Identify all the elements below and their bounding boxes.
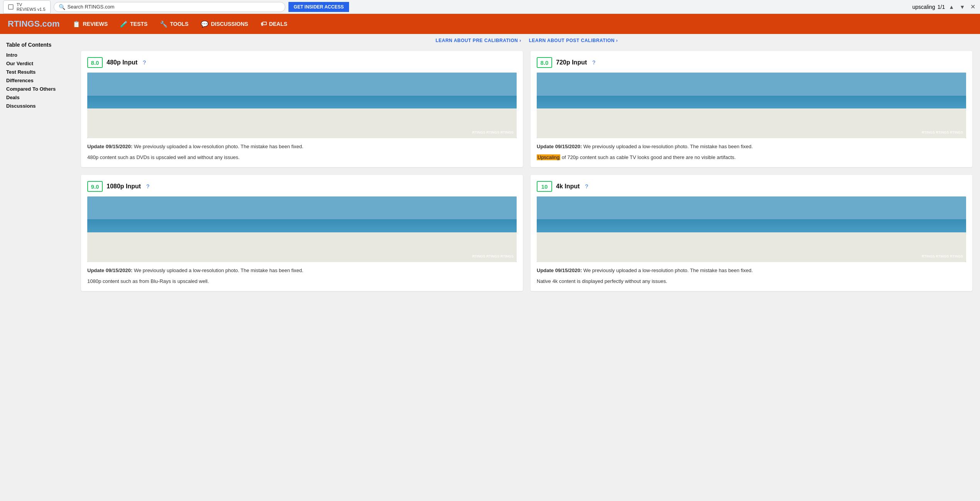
tab-title: TV REVIEWS v1.5 (17, 2, 46, 12)
help-icon-4k[interactable]: ? (585, 183, 588, 190)
score-badge-4k: 10 (537, 181, 552, 192)
score-title-1080p: 1080p Input (107, 183, 141, 190)
score-update-480p: Update 09/15/2020: We previously uploade… (87, 143, 517, 151)
find-label: upscaling (912, 4, 935, 10)
nav-item-deals[interactable]: 🏷 DEALS (255, 17, 293, 30)
boat-scene-1080p: RTINGS RTINGS RTINGS (87, 196, 517, 262)
score-description-720p: Upscaling of 720p content such as cable … (537, 154, 966, 161)
score-update-720p: Update 09/15/2020: We previously uploade… (537, 143, 966, 151)
search-icon: 🔍 (59, 4, 65, 10)
site-logo[interactable]: RTINGS.com (8, 19, 59, 29)
score-title-4k: 4k Input (556, 183, 580, 190)
help-icon-720p[interactable]: ? (592, 59, 595, 66)
find-count: 1/1 (938, 4, 945, 10)
watermark-720p: RTINGS RTINGS RTINGS (922, 130, 963, 135)
card-header-720p: 8.0 720p Input ? (537, 57, 966, 68)
find-next-button[interactable]: ▼ (958, 3, 966, 11)
main-content: LEARN ABOUT PRE CALIBRATION LEARN ABOUT … (77, 34, 980, 501)
help-icon-1080p[interactable]: ? (146, 183, 149, 190)
score-badge-480p: 8.0 (87, 57, 103, 68)
calibration-links: LEARN ABOUT PRE CALIBRATION LEARN ABOUT … (81, 38, 972, 43)
watermark-480p: RTINGS RTINGS RTINGS (472, 130, 514, 135)
nav-item-tests[interactable]: 🧪 TESTS (115, 17, 153, 31)
tests-label: TESTS (130, 21, 148, 27)
card-header-480p: 8.0 480p Input ? (87, 57, 517, 68)
toc-item-results[interactable]: Test Results (6, 69, 71, 75)
toc-list: Intro Our Verdict Test Results Differenc… (6, 52, 71, 109)
score-image-1080p: RTINGS RTINGS RTINGS (87, 196, 517, 262)
find-close-button[interactable]: ✕ (969, 2, 977, 11)
score-update-4k: Update 09/15/2020: We previously uploade… (537, 267, 966, 274)
score-description-1080p: 1080p content such as from Blu-Rays is u… (87, 278, 517, 285)
browser-chrome: TV REVIEWS v1.5 🔍 GET INSIDER ACCESS ups… (0, 0, 980, 14)
score-image-720p: RTINGS RTINGS RTINGS (537, 73, 966, 138)
score-image-480p: RTINGS RTINGS RTINGS (87, 73, 517, 138)
tools-label: TOOLS (170, 21, 188, 27)
score-badge-720p: 8.0 (537, 57, 552, 68)
card-1080p: 9.0 1080p Input ? RTINGS RTINGS RTINGS U… (81, 175, 523, 291)
pre-calibration-link[interactable]: LEARN ABOUT PRE CALIBRATION (436, 38, 521, 43)
reviews-label: REVIEWS (83, 21, 108, 27)
highlight-word-720p: Upscaling (537, 154, 560, 160)
toc-item-differences[interactable]: Differences (6, 77, 71, 83)
watermark-4k: RTINGS RTINGS RTINGS (922, 254, 963, 259)
score-title-720p: 720p Input (556, 59, 587, 66)
boat-scene-480p: RTINGS RTINGS RTINGS (87, 73, 517, 138)
help-icon-480p[interactable]: ? (143, 59, 146, 66)
score-grid: 8.0 480p Input ? RTINGS RTINGS RTINGS Up… (81, 51, 972, 291)
tools-icon: 🔧 (160, 20, 168, 28)
card-480p: 8.0 480p Input ? RTINGS RTINGS RTINGS Up… (81, 51, 523, 167)
find-prev-button[interactable]: ▲ (947, 3, 956, 11)
tests-icon: 🧪 (120, 20, 128, 28)
card-header-4k: 10 4k Input ? (537, 181, 966, 192)
nav-item-discussions[interactable]: 💬 DISCUSSIONS (195, 17, 253, 31)
watermark-1080p: RTINGS RTINGS RTINGS (472, 254, 514, 259)
toc-item-deals[interactable]: Deals (6, 94, 71, 100)
toc-title: Table of Contents (6, 42, 71, 48)
nav-item-reviews[interactable]: 📋 REVIEWS (67, 17, 113, 31)
score-update-1080p: Update 09/15/2020: We previously uploade… (87, 267, 517, 274)
score-title-480p: 480p Input (107, 59, 137, 66)
card-720p: 8.0 720p Input ? RTINGS RTINGS RTINGS Up… (531, 51, 972, 167)
tab-icon (8, 4, 14, 10)
boat-scene-4k: RTINGS RTINGS RTINGS (537, 196, 966, 262)
get-insider-button[interactable]: GET INSIDER ACCESS (288, 2, 349, 12)
browser-tab[interactable]: TV REVIEWS v1.5 (3, 0, 51, 14)
toc-item-verdict[interactable]: Our Verdict (6, 60, 71, 66)
reviews-icon: 📋 (73, 20, 80, 28)
discussions-icon: 💬 (201, 20, 209, 28)
deals-label: DEALS (269, 21, 287, 27)
card-4k: 10 4k Input ? RTINGS RTINGS RTINGS Updat… (531, 175, 972, 291)
find-bar: upscaling 1/1 ▲ ▼ ✕ (912, 2, 977, 11)
search-input[interactable] (68, 4, 280, 10)
page-layout: Table of Contents Intro Our Verdict Test… (0, 34, 980, 501)
address-bar[interactable]: 🔍 (54, 2, 285, 12)
deals-icon: 🏷 (261, 20, 267, 27)
toc-item-discussions[interactable]: Discussions (6, 103, 71, 109)
nav-item-tools[interactable]: 🔧 TOOLS (154, 17, 194, 31)
score-badge-1080p: 9.0 (87, 181, 103, 192)
discussions-label: DISCUSSIONS (211, 21, 248, 27)
card-header-1080p: 9.0 1080p Input ? (87, 181, 517, 192)
nav-bar: RTINGS.com 📋 REVIEWS 🧪 TESTS 🔧 TOOLS 💬 D… (0, 14, 980, 34)
nav-links: 📋 REVIEWS 🧪 TESTS 🔧 TOOLS 💬 DISCUSSIONS (67, 17, 293, 31)
score-image-4k: RTINGS RTINGS RTINGS (537, 196, 966, 262)
toc-item-compared[interactable]: Compared To Others (6, 86, 71, 92)
sidebar: Table of Contents Intro Our Verdict Test… (0, 34, 77, 501)
score-description-480p: 480p content such as DVDs is upscaled we… (87, 154, 517, 161)
post-calibration-link[interactable]: LEARN ABOUT POST CALIBRATION (529, 38, 618, 43)
boat-scene-720p: RTINGS RTINGS RTINGS (537, 73, 966, 138)
score-description-4k: Native 4k content is displayed perfectly… (537, 278, 966, 285)
toc-item-intro[interactable]: Intro (6, 52, 71, 58)
